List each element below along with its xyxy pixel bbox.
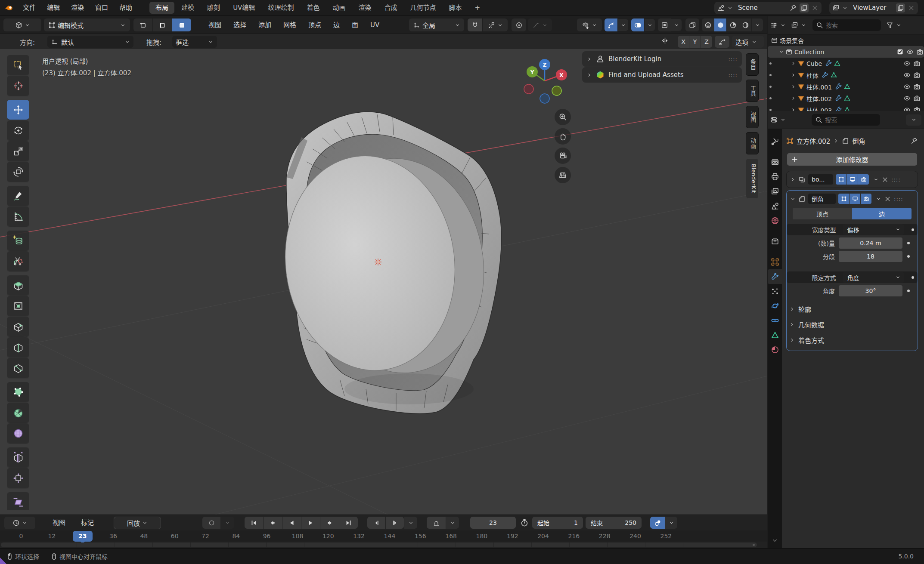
tab-tool[interactable] [768, 134, 782, 149]
object-type-icon[interactable] [785, 48, 793, 55]
modifier-wrench-icon[interactable] [825, 60, 832, 67]
render-visibility-icon[interactable] [913, 106, 921, 111]
render-visibility-icon[interactable] [913, 60, 921, 67]
tab-modifiers[interactable] [768, 269, 782, 284]
mesh-data-icon[interactable] [843, 95, 851, 102]
sidebar-scrollbar[interactable] [764, 53, 766, 195]
blenderkit-panel-header[interactable]: Find and Upload Assets :::: [582, 67, 742, 83]
new-scene-icon[interactable] [800, 3, 809, 12]
pan-nav-button[interactable] [555, 128, 571, 145]
chevron-down-icon[interactable] [896, 22, 902, 28]
tool-button[interactable] [7, 337, 29, 357]
ruler-frame-label[interactable]: 204 [533, 533, 553, 539]
chevron-down-icon[interactable] [727, 5, 733, 11]
axis-button[interactable]: X [678, 36, 689, 48]
snap-toggle-button[interactable] [468, 18, 482, 31]
modifier-name-field[interactable]: 倒角 [808, 194, 836, 204]
navigation-gizmo[interactable]: Z Y X [515, 55, 575, 107]
gizmos-toggle-button[interactable] [605, 18, 617, 31]
workspace-tab[interactable]: 动画 [326, 2, 351, 14]
tab-viewlayer[interactable] [768, 184, 782, 199]
object-type-icon[interactable] [797, 60, 805, 67]
proportional-edit-button[interactable] [512, 18, 526, 31]
workspace-tab[interactable]: 几何节点 [404, 2, 442, 14]
overlays-dropdown[interactable] [645, 19, 655, 31]
tab-particles[interactable] [768, 284, 782, 299]
shading-wireframe-button[interactable] [702, 18, 714, 31]
tool-button[interactable] [7, 141, 29, 161]
ruler-frame-label[interactable]: 132 [349, 533, 369, 539]
field-control[interactable]: 偏移 [843, 224, 904, 235]
frame-forward-button[interactable] [386, 517, 404, 529]
xray-toggle-button[interactable] [658, 18, 671, 31]
workspace-tab[interactable]: 渲染 [352, 2, 377, 14]
outliner-item-label[interactable]: Collection [794, 49, 824, 55]
workspace-tab[interactable]: + [468, 2, 486, 14]
viewport-menu-item[interactable]: UV [364, 18, 385, 31]
outliner-item-label[interactable]: 柱体.002 [806, 94, 832, 103]
workspace-tab[interactable]: 纹理绘制 [262, 2, 300, 14]
hide-eye-icon[interactable] [903, 60, 911, 67]
collapsed-section[interactable]: 着色方式 [787, 333, 918, 346]
render-display-toggle[interactable] [861, 194, 871, 204]
axis-z-label[interactable]: Z [543, 62, 547, 68]
outliner-item-label[interactable]: 柱体 [806, 71, 819, 80]
render-display-toggle[interactable] [858, 174, 869, 185]
face-select-button[interactable] [172, 18, 191, 31]
drag-handle[interactable]: :::: [728, 72, 738, 78]
outliner-search[interactable] [812, 19, 881, 31]
ruler-frame-label[interactable]: 48 [134, 533, 154, 539]
editmode-display-toggle[interactable] [838, 194, 849, 204]
viewport-menu-item[interactable]: 添加 [252, 18, 277, 31]
timeline-ruler[interactable]: 0122336486072849610812013214415616818019… [0, 530, 767, 542]
viewlayer-selector[interactable]: ViewLayer [829, 2, 918, 14]
jump-to-end-button[interactable] [339, 517, 358, 529]
editor-type-button[interactable] [3, 18, 41, 31]
animate-dot[interactable] [907, 290, 910, 292]
workspace-tab[interactable]: UV编辑 [227, 2, 261, 14]
object-type-icon[interactable] [797, 83, 805, 90]
proportional-falloff-dropdown[interactable] [528, 18, 552, 31]
outliner-row[interactable]: 柱体.002 [768, 92, 924, 104]
mode-dropdown[interactable]: 编辑模式 [44, 18, 130, 31]
frame-step-dropdown[interactable] [404, 517, 417, 529]
hide-eye-icon[interactable] [906, 48, 914, 55]
ruler-frame-label[interactable]: 180 [472, 533, 492, 539]
outliner-item-label[interactable]: Cube [806, 60, 822, 67]
tabs-overflow-chevron[interactable] [771, 537, 778, 544]
ruler-frame-label[interactable]: 23 [73, 531, 93, 542]
tool-button[interactable] [7, 251, 29, 271]
animate-dot[interactable] [912, 228, 914, 231]
xray-dropdown[interactable] [671, 19, 682, 31]
current-frame-field[interactable]: 23 [470, 517, 516, 529]
object-type-icon[interactable] [771, 37, 778, 44]
tool-button[interactable] [7, 382, 29, 402]
chevron-down-icon[interactable] [780, 22, 786, 28]
viewport-menu-item[interactable]: 顶点 [302, 18, 327, 31]
tool-button[interactable] [7, 403, 29, 422]
chevron-down-icon[interactable] [801, 22, 806, 28]
play-button[interactable] [301, 517, 320, 529]
tab-object[interactable] [768, 255, 782, 269]
tool-button[interactable] [7, 120, 29, 140]
object-icon[interactable] [786, 137, 794, 145]
keying-dropdown[interactable] [665, 517, 677, 529]
tool-button[interactable] [7, 100, 29, 120]
tool-button[interactable] [7, 317, 29, 336]
frame-start-field[interactable]: 起始 1 [532, 517, 583, 529]
expand-chevron-icon[interactable] [791, 107, 796, 111]
affect-tab[interactable]: 边 [852, 208, 912, 219]
render-region-button[interactable] [685, 18, 699, 31]
filter-viewlayer-icon[interactable] [791, 22, 798, 29]
ruler-frame-label[interactable]: 240 [626, 533, 645, 539]
remove-modifier-icon[interactable] [881, 176, 889, 183]
display-mode-icon[interactable] [770, 22, 778, 29]
filter-icon[interactable] [886, 22, 893, 29]
tool-button[interactable] [7, 231, 29, 250]
tool-button[interactable] [7, 358, 29, 378]
ortho-toggle-button[interactable] [555, 167, 571, 183]
bevel-modifier-icon[interactable] [842, 137, 849, 145]
menu-item[interactable]: 渲染 [65, 1, 90, 14]
new-viewlayer-icon[interactable] [896, 3, 905, 12]
hide-eye-icon[interactable] [903, 95, 911, 102]
